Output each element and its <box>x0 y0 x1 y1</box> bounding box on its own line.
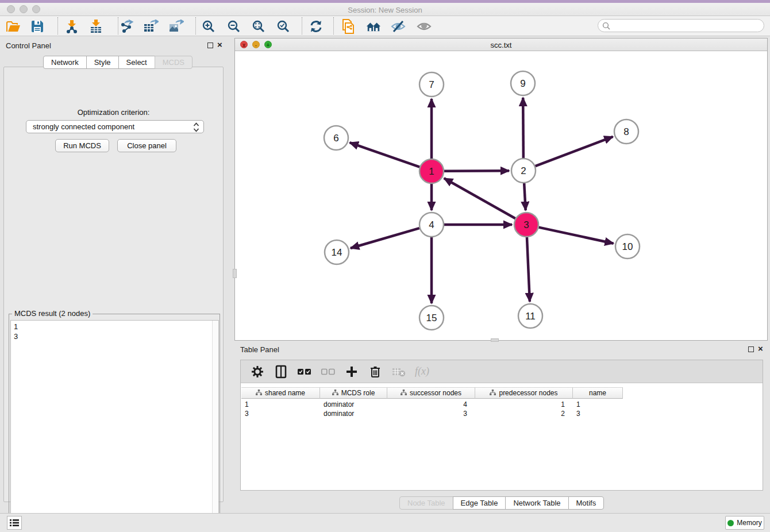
table-row[interactable]: 3dominator323 <box>241 409 623 418</box>
graph-node[interactable]: 1 <box>419 159 444 183</box>
main-toolbar <box>0 16 770 36</box>
run-mcds-button[interactable]: Run MCDS <box>55 139 109 152</box>
mcds-panel-body: Optimization criterion: strongly connect… <box>3 67 224 502</box>
control-panel: Control Panel × Network Style Select MCD… <box>0 38 227 506</box>
zoom-fit-icon[interactable] <box>251 19 266 34</box>
toolbar-separator <box>118 17 118 34</box>
tab-network[interactable]: Network <box>43 56 87 69</box>
hide-selected-icon[interactable] <box>391 19 406 34</box>
float-panel-icon[interactable] <box>207 43 213 48</box>
zoom-in-icon[interactable] <box>201 19 216 34</box>
deselect-all-checkboxes-icon[interactable] <box>321 364 336 379</box>
hierarchy-icon <box>490 389 496 397</box>
graph-edge[interactable] <box>523 98 523 158</box>
graph-node[interactable]: 15 <box>419 306 444 330</box>
graph-node-label: 10 <box>622 241 633 252</box>
column-header[interactable]: shared name <box>241 387 320 399</box>
graph-node[interactable]: 10 <box>615 234 640 259</box>
graph-node-label: 6 <box>333 133 338 144</box>
column-header[interactable]: predecessor nodes <box>475 387 573 399</box>
show-columns-icon[interactable] <box>274 364 288 379</box>
table-cell[interactable]: 3 <box>241 409 320 418</box>
memory-button[interactable]: Memory <box>725 516 764 530</box>
graph-edge[interactable] <box>527 237 530 302</box>
graph-edge[interactable] <box>444 171 509 171</box>
mcds-result-textarea[interactable]: 1 3 <box>10 320 219 530</box>
close-panel-icon[interactable]: × <box>758 346 763 352</box>
table-panel-title: Table Panel <box>240 345 279 354</box>
close-panel-button[interactable]: Close panel <box>117 139 176 152</box>
graph-node[interactable]: 6 <box>324 126 348 150</box>
select-all-checkboxes-icon[interactable] <box>297 364 312 379</box>
graph-node[interactable]: 8 <box>614 119 638 144</box>
task-history-button[interactable] <box>7 516 22 530</box>
import-network-icon[interactable] <box>64 19 79 34</box>
zoom-selected-icon[interactable] <box>276 19 291 34</box>
graph-edge[interactable] <box>444 178 515 218</box>
table-row[interactable]: 1dominator411 <box>241 400 623 409</box>
search-input[interactable] <box>613 20 760 31</box>
table-cell[interactable]: 1 <box>241 400 320 409</box>
column-header-label: MCDS role <box>341 389 375 397</box>
add-column-icon[interactable] <box>344 364 359 379</box>
graph-node[interactable]: 9 <box>511 71 535 95</box>
graph-node[interactable]: 7 <box>419 72 444 97</box>
tab-mcds[interactable]: MCDS <box>155 56 192 69</box>
show-all-icon[interactable] <box>417 19 432 34</box>
gear-icon[interactable] <box>250 364 265 379</box>
save-session-icon[interactable] <box>30 19 45 34</box>
graph-node[interactable]: 11 <box>518 304 542 328</box>
tab-select[interactable]: Select <box>118 56 155 69</box>
table-cell[interactable]: dominator <box>320 409 387 418</box>
criterion-select[interactable]: strongly connected component <box>26 120 204 133</box>
tab-node-table[interactable]: Node Table <box>399 496 453 510</box>
tab-network-table[interactable]: Network Table <box>505 496 568 510</box>
graph-node[interactable]: 14 <box>325 240 349 264</box>
graph-edge[interactable] <box>536 137 613 166</box>
memory-status-icon <box>727 520 734 526</box>
toolbar-separator <box>302 17 302 34</box>
table-cell[interactable]: 3 <box>573 409 623 418</box>
network-view-window: x - + scc.txt 1234678910111415 <box>234 38 768 341</box>
column-header[interactable]: name <box>573 387 623 399</box>
table-cell[interactable]: 1 <box>475 400 573 409</box>
tab-style[interactable]: Style <box>86 56 119 69</box>
graph-edge[interactable] <box>351 228 419 248</box>
graph-node[interactable]: 2 <box>511 159 536 183</box>
scrollbar-track[interactable] <box>212 321 218 530</box>
graph-node[interactable]: 3 <box>514 213 538 237</box>
table-cell[interactable]: 1 <box>573 400 623 409</box>
table-panel: Table Panel × f(x) <box>234 342 768 510</box>
refresh-icon[interactable] <box>309 19 324 34</box>
table-cell[interactable]: 2 <box>475 409 573 418</box>
table-cell[interactable]: 4 <box>387 400 475 409</box>
tab-motifs[interactable]: Motifs <box>568 496 605 510</box>
zoom-out-icon[interactable] <box>226 19 241 34</box>
graph-node-label: 15 <box>426 313 437 323</box>
table-cell[interactable]: dominator <box>320 400 387 409</box>
network-canvas[interactable]: 1234678910111415 <box>235 51 767 340</box>
export-image-icon[interactable] <box>169 19 184 34</box>
export-network-icon[interactable] <box>120 19 134 34</box>
search-icon <box>602 22 610 32</box>
table-cell[interactable]: 3 <box>387 409 475 418</box>
open-session-icon[interactable] <box>6 19 21 34</box>
column-header-label: shared name <box>265 389 305 397</box>
graph-edge[interactable] <box>350 142 420 167</box>
column-header[interactable]: successor nodes <box>387 387 475 399</box>
import-table-icon[interactable] <box>88 19 103 34</box>
delete-column-icon[interactable] <box>368 364 383 379</box>
clone-network-icon[interactable] <box>341 19 356 34</box>
graph-edge[interactable] <box>524 183 526 210</box>
mcds-result-title: MCDS result (2 nodes) <box>12 309 93 318</box>
close-panel-icon[interactable]: × <box>217 42 222 48</box>
tab-edge-table[interactable]: Edge Table <box>453 496 506 510</box>
graph-node-label: 9 <box>520 78 525 89</box>
column-header[interactable]: MCDS role <box>320 387 387 399</box>
splitter-grip-vertical[interactable] <box>233 269 237 278</box>
float-panel-icon[interactable] <box>748 346 754 352</box>
graph-node[interactable]: 4 <box>419 213 444 237</box>
export-table-icon[interactable] <box>144 19 159 34</box>
graph-edge[interactable] <box>539 228 614 244</box>
home-layout-icon[interactable] <box>366 19 381 34</box>
